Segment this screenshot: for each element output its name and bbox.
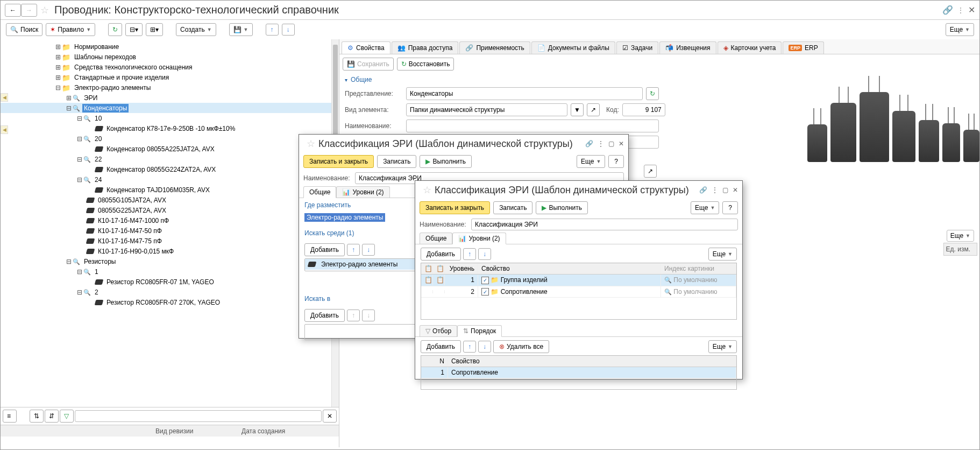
tree-view[interactable]: ⊞Нормирование ⊞Шаблоны переходов ⊞Средст… [1,39,339,407]
add-button-2[interactable]: Добавить [421,340,461,353]
write-close-button[interactable]: Записать и закрыть [420,201,490,214]
kind-input[interactable] [406,103,567,116]
code-input[interactable] [622,103,665,116]
forward-button[interactable]: → [21,4,37,17]
view-btn-1[interactable]: ≡ [3,410,17,423]
maximize-icon[interactable]: ▢ [608,140,614,147]
tab-tasks[interactable]: ☑Задачи [616,41,658,54]
menu-dots-icon[interactable]: ⋮ [957,6,964,14]
where-value[interactable]: Электро-радио элементы [304,213,385,222]
order-row-1[interactable]: 1 Сопротивление [421,367,736,378]
back-button[interactable]: ← [5,4,21,17]
add-button-2[interactable]: Добавить [304,309,345,322]
down-button[interactable]: ↓ [282,24,295,36]
run-button[interactable]: ▶Выполнить [420,155,472,168]
repr-refresh-button[interactable]: ↻ [646,87,659,100]
down-button-2[interactable]: ↓ [362,310,375,321]
checkbox[interactable]: ✓ [481,288,489,296]
search-button[interactable]: 🔍Поиск [6,23,42,36]
up-button[interactable]: ↑ [266,24,279,36]
tab-erp[interactable]: ERPERP [783,41,823,54]
grid-row-2[interactable]: 2 ✓ 📁 Сопротивление По умолчанию [421,286,736,298]
sort-btn-2[interactable]: ⇵ [45,410,59,423]
mini-tab-filter[interactable]: ▽Отбор [420,325,457,336]
tab-apply[interactable]: 🔗Применяемость [459,41,530,54]
mini-tab-general[interactable]: Общие [420,233,452,244]
favorite-star-icon[interactable]: ☆ [40,4,49,16]
rule-dropdown[interactable]: ✶Правило▼ [46,23,95,36]
run-button[interactable]: ▶Выполнить [536,201,588,214]
repr-input[interactable] [406,87,643,100]
add-button[interactable]: Добавить [304,243,345,256]
link-icon[interactable]: 🔗 [699,186,707,194]
filter-btn[interactable]: ▽ [60,410,74,423]
favorite-star-icon[interactable]: ☆ [307,138,315,150]
link-icon[interactable]: 🔗 [585,140,593,147]
open-button[interactable]: ↗ [587,103,600,116]
close-icon[interactable]: ✕ [733,186,738,194]
edit-btn[interactable]: ↗ [644,165,657,178]
tree-selected-row[interactable]: ⊟Конденсаторы [1,103,339,113]
write-button[interactable]: Записать [493,201,532,214]
add-button[interactable]: Добавить [421,248,461,261]
down-button[interactable]: ↓ [362,244,375,256]
name-input[interactable] [471,219,738,230]
users-icon: 👥 [397,44,406,52]
write-close-button[interactable]: Записать и закрыть [303,155,374,168]
collapse-button[interactable]: ⊟▾ [125,23,143,36]
footer-search-input[interactable] [75,410,322,422]
more-dropdown[interactable]: Еще▼ [691,201,719,214]
create-dropdown[interactable]: Создать▼ [176,23,216,36]
refresh-button[interactable]: ↻ [108,23,122,36]
menu-dots-icon[interactable]: ⋮ [598,140,604,147]
chip-icon [86,198,95,203]
menu-dots-icon[interactable]: ⋮ [712,186,718,194]
folder-icon [62,74,70,81]
checkbox[interactable]: ✓ [481,277,489,284]
up-button-2[interactable]: ↑ [463,341,476,353]
link-icon[interactable]: 🔗 [942,5,953,15]
delete-all-button[interactable]: ⊗Удалить все [493,340,549,353]
more-dropdown-grid[interactable]: Еще▼ [708,248,737,261]
more-dropdown[interactable]: Еще▼ [577,155,605,168]
footer-clear-button[interactable]: ✕ [323,410,337,423]
save-props-button[interactable]: 💾 Сохранить [343,58,394,71]
expand-button[interactable]: ⊞▾ [146,23,163,36]
favorite-star-icon[interactable]: ☆ [423,184,431,196]
card-icon: ◈ [723,44,728,52]
play-icon: ▶ [425,158,430,165]
mini-tab-order[interactable]: ⇅Порядок [457,325,502,337]
save-button[interactable]: 💾▼ [229,23,253,36]
restore-button[interactable]: ↻Восстановить [397,58,455,71]
down-button-2[interactable]: ↓ [478,341,491,353]
tab-properties[interactable]: ⚙Свойства [342,41,390,54]
sort-btn-1[interactable]: ⇅ [30,410,44,423]
help-button[interactable]: ? [722,201,738,214]
mini-tab-levels[interactable]: 📊Уровни (2) [452,233,506,244]
more-dropdown-2[interactable]: Еще▼ [947,230,974,242]
tab-access[interactable]: 👥Права доступа [392,41,459,54]
name-input[interactable] [406,119,659,132]
close-icon[interactable]: ✕ [619,140,624,147]
refresh-icon: ↻ [650,90,655,97]
col-icon-1: 📋 [421,263,433,274]
up-button-2[interactable]: ↑ [347,310,360,321]
help-button[interactable]: ? [608,155,624,168]
up-button[interactable]: ↑ [347,244,360,256]
down-button[interactable]: ↓ [478,248,491,260]
more-dropdown-order[interactable]: Еще▼ [708,340,737,353]
mini-tab-levels[interactable]: 📊Уровни (2) [336,186,389,198]
grid-row-1[interactable]: 📋📋 1 ✓ 📁 Группа изделий По умолчанию [421,275,736,286]
up-button[interactable]: ↑ [463,248,476,260]
more-dropdown[interactable]: Еще▼ [946,23,974,36]
tab-cards[interactable]: ◈Карточки учета [718,41,782,54]
tab-notif[interactable]: 📬Извещения [659,41,716,54]
tab-docs[interactable]: 📄Документы и файлы [531,41,615,54]
dropdown-button[interactable]: ▼ [571,103,584,116]
order-grid: N Свойство 1 Сопротивление [421,355,737,390]
write-button[interactable]: Записать [377,155,416,168]
close-icon[interactable]: ✕ [968,5,975,15]
mini-tab-general[interactable]: Общие [303,186,336,198]
chip-icon [308,262,317,267]
maximize-icon[interactable]: ▢ [722,186,728,194]
